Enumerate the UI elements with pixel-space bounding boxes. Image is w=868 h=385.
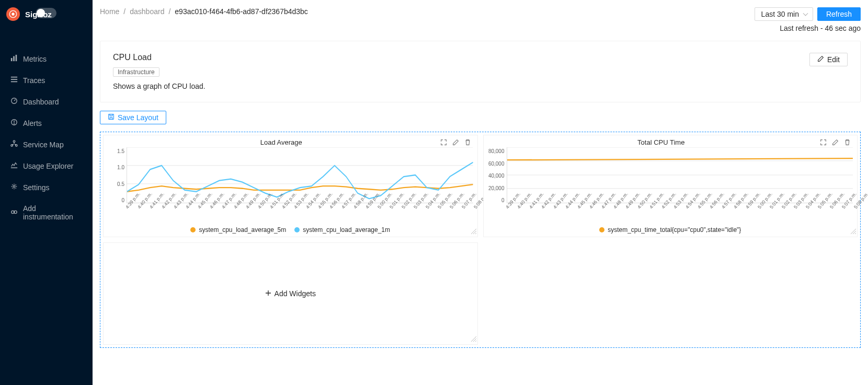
sidebar: SigNoz Metrics Traces Dashboard Alerts S… xyxy=(0,0,93,385)
legend-item: system_cpu_load_average_1m xyxy=(294,226,390,234)
sidebar-item-label: Usage Explorer xyxy=(23,162,74,170)
legend-swatch-icon xyxy=(599,227,604,232)
sidebar-item-label: Service Map xyxy=(23,141,64,149)
fullscreen-icon[interactable] xyxy=(440,139,447,146)
chart-x-axis: 4:39 p.m.4:40 p.m.4:41 p.m.4:42 p.m.4:43… xyxy=(104,205,477,225)
sidebar-item-label: Traces xyxy=(23,76,45,85)
sidebar-item-metrics[interactable]: Metrics xyxy=(0,48,93,69)
dashboard-tag: Infrastructure xyxy=(113,67,159,77)
sidebar-item-label: Alerts xyxy=(23,119,42,127)
sidebar-item-traces[interactable]: Traces xyxy=(0,69,93,91)
edit-label: Edit xyxy=(827,55,840,64)
svg-rect-6 xyxy=(11,79,17,80)
widget-grid: Load Average 1.5 1.0 0.5 0 xyxy=(100,132,861,348)
legend-item: system_cpu_load_average_5m xyxy=(190,226,286,234)
chart-y-axis: 1.5 1.0 0.5 0 xyxy=(108,147,127,203)
breadcrumb-dashboard[interactable]: dashboard xyxy=(130,7,164,16)
svg-point-11 xyxy=(13,141,15,143)
chart-y-axis: 80,000 60,000 40,000 20,000 0 xyxy=(488,147,507,203)
chart-canvas xyxy=(507,147,853,203)
time-range-select[interactable]: Last 30 min xyxy=(755,7,813,21)
svg-point-15 xyxy=(12,211,14,213)
resize-handle[interactable] xyxy=(851,227,856,236)
breadcrumb-separator: / xyxy=(123,7,125,16)
sidebar-item-usage-explorer[interactable]: Usage Explorer xyxy=(0,155,93,177)
edit-icon[interactable] xyxy=(832,139,839,146)
chart-x-axis: 4:39 p.m.4:40 p.m.4:41 p.m.4:42 p.m.4:43… xyxy=(484,205,858,225)
theme-toggle[interactable] xyxy=(36,8,56,18)
breadcrumb: Home / dashboard / e93ac010-f464-4fb6-ad… xyxy=(100,7,308,16)
dashboard-info-card: CPU Load Infrastructure Shows a graph of… xyxy=(100,41,861,102)
svg-rect-4 xyxy=(16,55,17,61)
delete-icon[interactable] xyxy=(844,139,851,146)
save-layout-label: Save Layout xyxy=(118,113,158,122)
empty-widget-slot: Add Widgets xyxy=(103,242,478,345)
breadcrumb-current: e93ac010-f464-4fb6-ad87-df2367b4d3bc xyxy=(175,7,308,16)
menu-icon xyxy=(10,76,18,85)
bar-chart-icon xyxy=(10,54,18,63)
svg-rect-3 xyxy=(13,56,15,62)
breadcrumb-separator: / xyxy=(168,7,170,16)
add-widgets-button[interactable]: Add Widgets xyxy=(265,289,316,298)
sidebar-item-label: Settings xyxy=(23,183,50,192)
svg-point-16 xyxy=(14,211,17,213)
svg-rect-5 xyxy=(11,77,17,78)
widget-title: Load Average xyxy=(122,138,440,146)
deployment-icon xyxy=(10,140,18,149)
widget-title: Total CPU Time xyxy=(502,138,820,146)
legend-item: system_cpu_time_total{cpu="cpu0",state="… xyxy=(599,226,741,234)
api-icon xyxy=(10,208,18,217)
logo-icon xyxy=(6,7,20,21)
sidebar-item-add-instrumentation[interactable]: Add instrumentation xyxy=(0,198,93,227)
sidebar-item-settings[interactable]: Settings xyxy=(0,177,93,198)
alert-icon xyxy=(10,119,18,127)
fullscreen-icon[interactable] xyxy=(820,139,827,146)
legend-swatch-icon xyxy=(294,227,300,232)
sidebar-item-dashboard[interactable]: Dashboard xyxy=(0,91,93,112)
sidebar-item-label: Dashboard xyxy=(23,98,59,106)
plus-icon xyxy=(265,289,271,298)
svg-rect-17 xyxy=(109,114,114,120)
svg-rect-7 xyxy=(11,81,17,83)
sidebar-item-service-map[interactable]: Service Map xyxy=(0,134,93,155)
svg-rect-2 xyxy=(11,58,13,61)
edit-button[interactable]: Edit xyxy=(809,53,848,66)
resize-handle[interactable] xyxy=(471,335,476,343)
svg-point-1 xyxy=(12,13,14,15)
svg-point-14 xyxy=(13,185,15,188)
refresh-button[interactable]: Refresh xyxy=(817,7,861,21)
breadcrumb-home[interactable]: Home xyxy=(100,7,119,16)
gear-icon xyxy=(10,183,18,192)
resize-handle[interactable] xyxy=(471,227,476,236)
widget-load-average: Load Average 1.5 1.0 0.5 0 xyxy=(103,135,478,237)
delete-icon[interactable] xyxy=(464,139,471,146)
sidebar-nav: Metrics Traces Dashboard Alerts Service … xyxy=(0,48,93,227)
chart-canvas xyxy=(127,147,473,203)
sidebar-item-label: Metrics xyxy=(23,55,47,63)
main-content: Home / dashboard / e93ac010-f464-4fb6-ad… xyxy=(93,0,868,385)
line-chart-icon xyxy=(10,161,18,170)
last-refresh-text: Last refresh - 46 sec ago xyxy=(780,24,861,32)
chart-legend: system_cpu_load_average_5m system_cpu_lo… xyxy=(104,225,477,237)
edit-icon xyxy=(817,55,824,64)
legend-swatch-icon xyxy=(190,227,196,232)
svg-point-10 xyxy=(14,124,15,124)
dashboard-icon xyxy=(10,97,18,106)
widget-total-cpu-time: Total CPU Time 80,000 60,000 40,000 20,0… xyxy=(483,135,858,237)
time-range-value: Last 30 min xyxy=(761,10,799,18)
save-layout-button[interactable]: Save Layout xyxy=(100,111,166,124)
sidebar-item-label: Add instrumentation xyxy=(23,204,82,221)
sidebar-item-alerts[interactable]: Alerts xyxy=(0,112,93,134)
chart-legend: system_cpu_time_total{cpu="cpu0",state="… xyxy=(484,225,858,237)
dashboard-description: Shows a graph of CPU load. xyxy=(113,82,205,90)
save-icon xyxy=(108,113,115,122)
dashboard-title: CPU Load xyxy=(113,53,205,62)
add-widgets-label: Add Widgets xyxy=(275,289,316,298)
edit-icon[interactable] xyxy=(452,139,459,146)
